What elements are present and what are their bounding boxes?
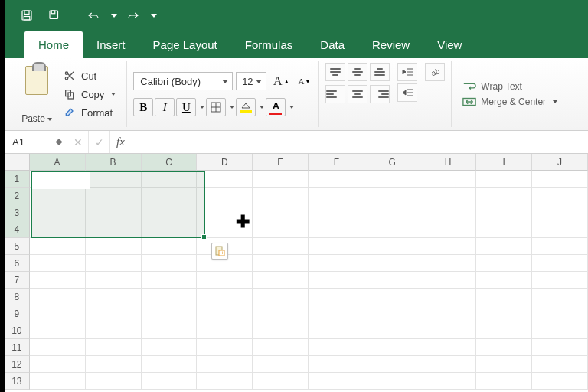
cell[interactable] bbox=[420, 356, 476, 373]
row-header-7[interactable]: 7 bbox=[5, 272, 30, 289]
cell[interactable] bbox=[86, 339, 142, 356]
qat-customize-icon[interactable] bbox=[151, 14, 157, 18]
cell[interactable] bbox=[142, 373, 198, 390]
cell[interactable] bbox=[309, 339, 364, 356]
cell[interactable] bbox=[420, 289, 476, 305]
cell[interactable] bbox=[420, 171, 476, 188]
cell[interactable] bbox=[309, 188, 364, 204]
cell[interactable] bbox=[364, 221, 420, 238]
cell[interactable] bbox=[476, 339, 532, 356]
tab-home[interactable]: Home bbox=[24, 31, 83, 58]
cell[interactable] bbox=[86, 238, 142, 255]
decrease-font-button[interactable]: A▾ bbox=[292, 72, 312, 90]
cell[interactable] bbox=[30, 255, 86, 272]
font-color-button[interactable]: A bbox=[266, 98, 286, 116]
cell[interactable] bbox=[532, 272, 588, 289]
cell[interactable] bbox=[532, 188, 588, 204]
cell[interactable] bbox=[532, 221, 588, 238]
cell[interactable] bbox=[197, 373, 253, 390]
cell[interactable] bbox=[197, 272, 253, 289]
row-header-13[interactable]: 13 bbox=[5, 373, 30, 390]
font-color-dropdown-icon[interactable] bbox=[289, 106, 294, 109]
cell[interactable] bbox=[309, 238, 364, 255]
cell[interactable] bbox=[86, 322, 142, 339]
cell[interactable] bbox=[364, 272, 420, 289]
cell[interactable] bbox=[86, 171, 142, 188]
cell[interactable] bbox=[309, 204, 364, 221]
worksheet[interactable]: A B C D E F G H I J 12345678910111213 + … bbox=[5, 154, 588, 390]
align-left-button[interactable] bbox=[325, 85, 345, 103]
cell[interactable] bbox=[420, 373, 476, 390]
merge-dropdown-icon[interactable] bbox=[553, 100, 557, 103]
fill-color-button[interactable] bbox=[236, 98, 256, 116]
align-top-button[interactable] bbox=[325, 63, 345, 81]
cell[interactable] bbox=[253, 238, 309, 255]
tab-data[interactable]: Data bbox=[306, 31, 358, 58]
format-painter-button[interactable]: Format bbox=[58, 104, 120, 121]
row-header-9[interactable]: 9 bbox=[5, 305, 30, 322]
cell[interactable] bbox=[253, 289, 309, 305]
tab-review[interactable]: Review bbox=[358, 31, 423, 58]
save-button[interactable] bbox=[15, 4, 38, 27]
cell[interactable] bbox=[532, 305, 588, 322]
cell[interactable] bbox=[364, 188, 420, 204]
cell[interactable] bbox=[364, 255, 420, 272]
cell[interactable] bbox=[364, 289, 420, 305]
cell[interactable] bbox=[309, 255, 364, 272]
cell[interactable] bbox=[420, 305, 476, 322]
cell[interactable] bbox=[420, 255, 476, 272]
select-all-corner[interactable] bbox=[5, 154, 30, 171]
paste-options-button[interactable]: + bbox=[211, 243, 228, 260]
row-header-10[interactable]: 10 bbox=[5, 322, 30, 339]
cell[interactable] bbox=[532, 356, 588, 373]
cell[interactable] bbox=[532, 322, 588, 339]
cell[interactable] bbox=[420, 238, 476, 255]
cell[interactable] bbox=[309, 272, 364, 289]
cell[interactable] bbox=[309, 289, 364, 305]
cell[interactable] bbox=[86, 188, 142, 204]
font-name-select[interactable]: Calibri (Body) bbox=[133, 72, 233, 90]
align-center-button[interactable] bbox=[348, 85, 368, 103]
cell[interactable] bbox=[30, 272, 86, 289]
cell[interactable] bbox=[476, 188, 532, 204]
decrease-indent-button[interactable] bbox=[397, 63, 417, 81]
col-header-F[interactable]: F bbox=[309, 154, 364, 171]
cell[interactable] bbox=[142, 289, 198, 305]
row-header-12[interactable]: 12 bbox=[5, 356, 30, 373]
underline-dropdown-icon[interactable] bbox=[200, 106, 204, 109]
row-header-11[interactable]: 11 bbox=[5, 339, 30, 356]
cell[interactable] bbox=[197, 221, 253, 238]
cell[interactable] bbox=[253, 204, 309, 221]
cell[interactable] bbox=[420, 339, 476, 356]
cell[interactable] bbox=[86, 204, 142, 221]
name-box-stepper-icon[interactable] bbox=[56, 139, 62, 145]
cell[interactable] bbox=[30, 188, 86, 204]
cell[interactable] bbox=[476, 171, 532, 188]
cell[interactable] bbox=[142, 339, 198, 356]
cell[interactable] bbox=[532, 171, 588, 188]
cell[interactable] bbox=[476, 356, 532, 373]
cell[interactable] bbox=[476, 204, 532, 221]
cell[interactable] bbox=[197, 305, 253, 322]
cell[interactable] bbox=[420, 188, 476, 204]
undo-dropdown-icon[interactable] bbox=[111, 14, 117, 18]
formula-input[interactable] bbox=[131, 131, 588, 153]
copy-button[interactable]: Copy bbox=[58, 86, 120, 103]
cell[interactable] bbox=[532, 204, 588, 221]
cell[interactable] bbox=[364, 204, 420, 221]
cell[interactable] bbox=[197, 289, 253, 305]
formula-confirm-button[interactable]: ✓ bbox=[89, 131, 110, 153]
cell[interactable] bbox=[197, 356, 253, 373]
increase-font-button[interactable]: A▴ bbox=[270, 72, 289, 90]
cell[interactable] bbox=[30, 322, 86, 339]
col-header-C[interactable]: C bbox=[142, 154, 198, 171]
cell[interactable] bbox=[364, 373, 420, 390]
bold-button[interactable]: B bbox=[133, 98, 153, 116]
row-header-4[interactable]: 4 bbox=[5, 221, 30, 238]
paste-button[interactable]: Paste bbox=[18, 63, 55, 126]
wrap-text-button[interactable]: Wrap Text bbox=[462, 81, 557, 92]
cell[interactable] bbox=[309, 373, 364, 390]
cell[interactable] bbox=[476, 238, 532, 255]
border-button[interactable] bbox=[206, 98, 226, 116]
row-header-2[interactable]: 2 bbox=[5, 188, 30, 204]
